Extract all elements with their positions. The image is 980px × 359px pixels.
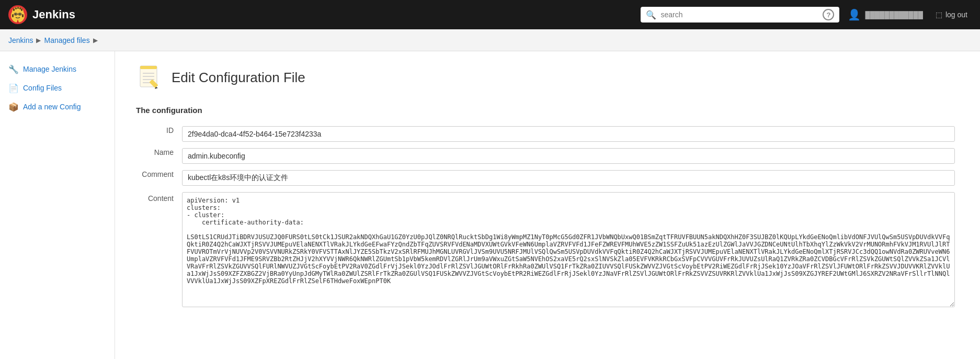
main-layout: 🔧 Manage Jenkins 📄 Config Files 📦 Add a … <box>0 51 980 359</box>
svg-rect-6 <box>21 8 22 11</box>
form-row-name: Name <box>136 145 959 167</box>
page-title: Edit Configuration File <box>172 70 305 86</box>
comment-input[interactable] <box>182 170 955 186</box>
username: ████████████ <box>865 11 923 19</box>
svg-point-8 <box>19 14 21 15</box>
form-section-title: The configuration <box>136 106 959 115</box>
form-row-id: ID <box>136 123 959 145</box>
svg-rect-4 <box>17 7 19 9</box>
config-files-icon: 📄 <box>8 83 19 93</box>
name-label: Name <box>136 145 178 167</box>
content-area: Edit Configuration File The configuratio… <box>115 51 980 359</box>
id-label: ID <box>136 123 178 145</box>
id-input[interactable] <box>182 126 955 142</box>
svg-rect-2 <box>13 8 15 11</box>
config-form: ID Name Comment <box>136 123 959 312</box>
config-files-link[interactable]: Config Files <box>23 84 62 92</box>
svg-rect-3 <box>15 7 17 9</box>
form-section: The configuration ID Name Comment <box>136 106 959 312</box>
name-input[interactable] <box>182 148 955 164</box>
content-textarea[interactable] <box>182 192 955 307</box>
jenkins-logo-link[interactable]: Jenkins <box>8 5 75 24</box>
content-label: Content <box>136 189 178 312</box>
sidebar: 🔧 Manage Jenkins 📄 Config Files 📦 Add a … <box>0 51 115 359</box>
jenkins-logo-icon <box>8 5 27 24</box>
breadcrumb: Jenkins ▶ Managed files ▶ <box>0 29 980 51</box>
svg-rect-5 <box>19 7 21 9</box>
svg-point-7 <box>15 14 17 15</box>
logout-label: log out <box>945 10 967 19</box>
manage-jenkins-icon: 🔧 <box>8 64 19 74</box>
form-row-comment: Comment <box>136 167 959 189</box>
breadcrumb-jenkins[interactable]: Jenkins <box>8 36 33 44</box>
page-header: Edit Configuration File <box>136 64 959 91</box>
sidebar-item-config-files[interactable]: 📄 Config Files <box>0 78 115 97</box>
comment-label: Comment <box>136 167 178 189</box>
breadcrumb-managed-files[interactable]: Managed files <box>44 36 89 44</box>
svg-rect-13 <box>12 14 14 17</box>
header: Jenkins 🔍 ? 👤 ████████████ ⬚ log out <box>0 0 980 29</box>
form-row-content: Content <box>136 189 959 312</box>
search-icon: 🔍 <box>646 10 656 20</box>
logout-icon: ⬚ <box>936 10 942 19</box>
sidebar-item-manage-jenkins[interactable]: 🔧 Manage Jenkins <box>0 60 115 78</box>
svg-rect-14 <box>22 14 24 17</box>
search-input[interactable] <box>660 10 816 19</box>
add-config-icon: 📦 <box>8 102 19 112</box>
app-name: Jenkins <box>32 8 75 21</box>
sidebar-item-add-config[interactable]: 📦 Add a new Config <box>0 97 115 116</box>
add-config-link[interactable]: Add a new Config <box>23 103 81 111</box>
search-container: 🔍 ? <box>641 7 839 23</box>
breadcrumb-sep-2: ▶ <box>93 37 98 44</box>
help-icon[interactable]: ? <box>823 9 834 20</box>
manage-jenkins-link[interactable]: Manage Jenkins <box>23 65 76 73</box>
page-icon <box>136 64 163 91</box>
svg-rect-16 <box>140 66 157 69</box>
user-area: 👤 ████████████ <box>848 8 923 21</box>
user-icon: 👤 <box>848 8 861 21</box>
logout-button[interactable]: ⬚ log out <box>931 8 972 21</box>
breadcrumb-sep-1: ▶ <box>36 37 41 44</box>
